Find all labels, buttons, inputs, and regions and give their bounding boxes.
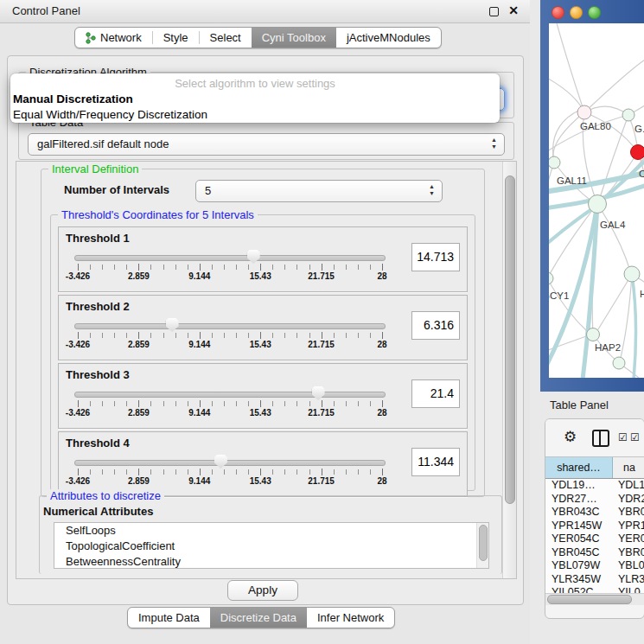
slider-thumb[interactable] <box>247 250 260 264</box>
network-node[interactable] <box>631 145 644 160</box>
slider-track[interactable] <box>74 323 386 329</box>
major-tick <box>382 264 383 271</box>
slider-track[interactable] <box>74 392 386 398</box>
attribute-list-item[interactable]: TopologicalCoefficient <box>54 539 488 554</box>
cell-shared-name: YPR145W <box>545 520 613 533</box>
threshold-value-field[interactable]: 14.713 <box>411 243 460 271</box>
network-edge[interactable] <box>597 204 630 271</box>
threshold-slider[interactable]: -3.4262.8599.14415.4321.71528 <box>74 316 386 356</box>
slider-thumb[interactable] <box>166 318 179 332</box>
network-node[interactable] <box>577 105 591 119</box>
panel-scrollbar[interactable] <box>502 162 516 578</box>
network-edge[interactable] <box>620 274 632 361</box>
attribute-list-item[interactable]: BetweennessCentrality <box>54 554 488 569</box>
threshold-slider[interactable]: -3.4262.8599.14415.4321.71528 <box>74 385 386 424</box>
tab-cyni-toolbox[interactable]: Cyni Toolbox <box>252 28 336 48</box>
tick-label: 21.715 <box>308 340 335 349</box>
tab-discretize-data[interactable]: Discretize Data <box>210 608 307 628</box>
tick-label: 21.715 <box>308 476 335 486</box>
split-columns-icon[interactable] <box>592 430 609 447</box>
network-node[interactable] <box>549 156 560 169</box>
major-tick <box>260 264 261 271</box>
slider-thumb[interactable] <box>214 455 227 469</box>
tab-style[interactable]: Style <box>153 28 199 48</box>
float-window-icon[interactable] <box>489 7 499 16</box>
cyni-toolbox-panel: Discretization Algorithm ▲▼ Table Data g… <box>7 55 524 605</box>
network-node[interactable] <box>589 195 607 214</box>
network-edge[interactable] <box>549 278 589 333</box>
threshold-slider[interactable]: -3.4262.8599.14415.4321.71528 <box>74 248 386 288</box>
tab-jactivemnodules[interactable]: jActiveMNodules <box>336 28 441 48</box>
mac-zoom-icon[interactable] <box>588 6 601 19</box>
network-node-label: GCY1 <box>549 290 569 301</box>
column-header-shared-name[interactable]: shared… <box>545 457 613 478</box>
mac-minimize-icon[interactable] <box>570 6 583 19</box>
network-node[interactable] <box>613 357 625 369</box>
tab-label: Select <box>210 28 241 48</box>
settings-scroll-panel: Interval Definition Number of Intervals … <box>16 161 517 579</box>
table-row[interactable]: YPR145WYPR1 <box>545 520 644 533</box>
network-edge-highlighted[interactable] <box>632 274 636 378</box>
tick-label: 9.144 <box>188 476 210 486</box>
network-node-label: H <box>640 289 644 299</box>
network-node[interactable] <box>587 328 600 341</box>
list-scrollbar-thumb[interactable] <box>479 525 488 561</box>
tab-infer-network[interactable]: Infer Network <box>307 608 394 628</box>
tab-network[interactable]: Network <box>75 28 152 48</box>
table-row[interactable]: YBR043CYBR0 <box>545 506 644 520</box>
table-row[interactable]: YBR045CYBR0 <box>545 546 644 560</box>
column-header-name[interactable]: na <box>613 457 644 478</box>
threshold-value-field[interactable]: 6.316 <box>411 311 460 340</box>
table-hscrollbar-thumb[interactable] <box>547 595 632 604</box>
network-edge[interactable] <box>584 58 644 112</box>
gear-icon[interactable]: ⚙ <box>564 428 577 446</box>
checkbox-icon[interactable]: ☑ <box>618 431 628 443</box>
network-node[interactable] <box>624 266 640 282</box>
table-toolbar: ⚙ ☑ ☑ <box>545 419 644 456</box>
mac-close-icon[interactable] <box>552 6 564 19</box>
table-row[interactable]: YER054CYER0 <box>545 532 644 546</box>
major-tick <box>382 469 383 475</box>
slider-track[interactable] <box>74 255 386 261</box>
table-row[interactable]: YBL079WYBL0 <box>545 559 644 573</box>
table-row[interactable]: YIL052CYIL0 <box>545 586 644 593</box>
number-of-intervals-combobox[interactable]: 5 ▲▼ <box>195 180 443 202</box>
apply-button[interactable]: Apply <box>227 580 298 601</box>
threshold-slider[interactable]: -3.4262.8599.14415.4321.71528 <box>74 453 386 493</box>
table-data-value: galFiltered.sif default node <box>37 137 169 150</box>
popup-option[interactable]: Equal Width/Frequency Discretization <box>10 106 500 122</box>
tab-select[interactable]: Select <box>200 28 252 48</box>
table-hscrollbar[interactable] <box>545 593 644 605</box>
threshold-value-field[interactable]: 21.4 <box>411 379 460 408</box>
network-edge[interactable] <box>549 163 554 231</box>
checkbox-icon[interactable]: ☑ <box>630 431 640 443</box>
cell-name: YBL0 <box>613 559 644 573</box>
major-tick <box>322 400 322 407</box>
tab-impute-data[interactable]: Impute Data <box>128 608 210 628</box>
network-edge[interactable] <box>553 112 584 163</box>
table-row[interactable]: YLR345WYLR3 <box>545 573 644 587</box>
table-data-combobox[interactable]: galFiltered.sif default node ▲▼ <box>28 133 505 156</box>
cell-name: YBR0 <box>613 546 644 560</box>
network-node[interactable] <box>549 272 553 284</box>
panel-scrollbar-thumb[interactable] <box>505 175 515 504</box>
threshold-value-field[interactable]: 11.344 <box>411 448 460 476</box>
numerical-attributes-list[interactable]: SelfLoopsTopologicalCoefficientBetweenne… <box>54 522 489 569</box>
table-row[interactable]: YDL19…YDL1 <box>545 479 644 493</box>
slider-thumb[interactable] <box>312 386 325 400</box>
attribute-list-item[interactable]: SelfLoops <box>54 523 488 539</box>
table-row[interactable]: YDR27…YDR2 <box>545 493 644 507</box>
network-edge[interactable] <box>549 75 584 112</box>
table-header-row: shared… na <box>545 457 644 479</box>
popup-option[interactable]: Manual Discretization <box>10 91 500 106</box>
network-canvas[interactable]: GAL80G.GAL11CGAL4GCY1HHAP2 <box>549 23 644 378</box>
major-tick <box>260 332 261 339</box>
close-icon[interactable]: ✕ <box>508 3 519 17</box>
tick-label: -3.426 <box>66 340 90 349</box>
list-scrollbar[interactable] <box>476 523 488 568</box>
slider-track[interactable] <box>74 460 386 466</box>
network-node[interactable] <box>622 109 634 121</box>
network-edge[interactable] <box>553 110 580 163</box>
network-edge[interactable] <box>556 23 584 112</box>
tab-label: jActiveMNodules <box>347 28 430 48</box>
